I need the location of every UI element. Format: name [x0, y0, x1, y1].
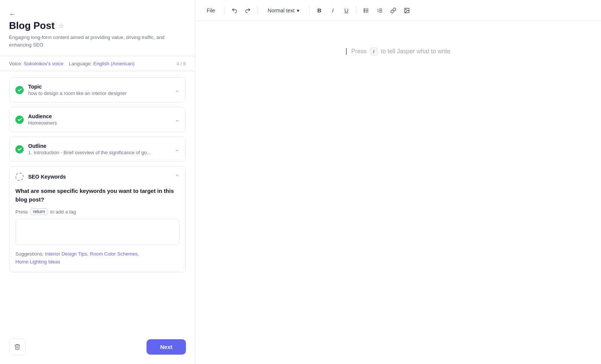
underline-icon: U: [344, 7, 349, 14]
text-style-select[interactable]: Normal text ▾: [263, 5, 304, 16]
audience-title-block: Audience Homeowners: [28, 113, 170, 126]
topic-title-block: Topic how to design a room like an inter…: [28, 84, 170, 96]
svg-point-3: [364, 9, 365, 9]
seo-pending-icon: [15, 173, 24, 181]
meta-row: Voice: Sokolnikov's voice Language: Engl…: [0, 56, 195, 71]
editor-area[interactable]: Press / to tell Jasper what to write: [195, 21, 601, 364]
svg-point-5: [364, 12, 365, 12]
svg-point-10: [406, 9, 406, 10]
next-button[interactable]: Next: [146, 339, 186, 355]
voice-link[interactable]: Sokolnikov's voice: [24, 61, 63, 66]
seo-question: What are some specific keywords you want…: [15, 187, 180, 204]
outline-check-icon: [15, 145, 24, 153]
seo-expanded-content: What are some specific keywords you want…: [9, 187, 186, 272]
hint-suffix: to add a tag: [50, 209, 76, 215]
suggestion-home-lighting-ideas[interactable]: Home Lighting Ideas: [15, 259, 60, 265]
outline-section: Outline 1. Introduction - Brief overview…: [9, 137, 186, 162]
placeholder-pre: Press: [351, 48, 367, 55]
bold-button[interactable]: B: [313, 5, 325, 17]
topic-subtitle: how to design a room like an interior de…: [28, 90, 156, 96]
editor-placeholder: Press / to tell Jasper what to write: [346, 47, 450, 56]
voice-meta: Voice: Sokolnikov's voice Language: Engl…: [9, 61, 134, 66]
placeholder-post: to tell Jasper what to write: [381, 48, 450, 55]
toolbar-divider-4: [356, 6, 356, 15]
slash-badge: /: [370, 47, 378, 56]
back-icon: ←: [9, 11, 16, 18]
back-button[interactable]: ←: [9, 11, 186, 18]
return-badge: return: [30, 208, 48, 215]
seo-section: SEO Keywords ⌃ What are some specific ke…: [9, 166, 186, 272]
topic-section: Topic how to design a room like an inter…: [9, 77, 186, 102]
topic-check-icon: [15, 86, 24, 94]
suggestion-interior-design-tips[interactable]: Interior Design Tips: [45, 251, 87, 257]
bold-icon: B: [317, 7, 322, 14]
seo-title-block: SEO Keywords: [28, 174, 170, 180]
hint-prefix: Press: [15, 209, 28, 215]
audience-chevron: ⌄: [175, 116, 180, 123]
audience-header[interactable]: Audience Homeowners ⌄: [9, 107, 186, 132]
page-description: Engaging long-form content aimed at prov…: [9, 34, 186, 48]
ordered-list-button[interactable]: [374, 5, 386, 17]
keyword-input[interactable]: [15, 219, 180, 245]
page-title: Blog Post: [9, 20, 54, 32]
audience-check-icon: [15, 116, 24, 124]
underline-button[interactable]: U: [340, 5, 352, 17]
outline-title: Outline: [28, 143, 170, 149]
file-menu[interactable]: File: [203, 5, 219, 16]
redo-button[interactable]: [242, 5, 254, 17]
undo-button[interactable]: [228, 5, 240, 17]
italic-button[interactable]: I: [327, 5, 339, 17]
editor-cursor: [346, 48, 347, 55]
language-label: Language:: [69, 61, 92, 66]
toolbar-divider-1: [224, 6, 225, 15]
left-header: ← Blog Post ☆ Engaging long-form content…: [0, 0, 195, 56]
toolbar-divider-3: [309, 6, 310, 15]
topic-chevron: ⌄: [175, 86, 180, 93]
star-icon[interactable]: ☆: [58, 22, 64, 30]
toolbar: File Normal text ▾ B I U: [195, 0, 601, 21]
seo-title: SEO Keywords: [28, 174, 170, 180]
toolbar-divider-2: [258, 6, 258, 15]
language-link[interactable]: English (American): [93, 61, 134, 66]
link-button[interactable]: [387, 5, 399, 17]
italic-icon: I: [332, 7, 334, 14]
text-style-chevron: ▾: [297, 8, 299, 14]
outline-header[interactable]: Outline 1. Introduction - Brief overview…: [9, 137, 186, 161]
tag-hint: Press return to add a tag: [15, 208, 180, 215]
suggestion-room-color-schemes[interactable]: Room Color Schemes: [90, 251, 137, 257]
sections-container: Topic how to design a room like an inter…: [0, 71, 195, 332]
seo-header[interactable]: SEO Keywords ⌃: [9, 167, 186, 187]
audience-subtitle: Homeowners: [28, 120, 156, 126]
suggestions-row: Suggestions: Interior Design Tips, Room …: [15, 250, 180, 266]
left-panel: ← Blog Post ☆ Engaging long-form content…: [0, 0, 195, 364]
audience-title: Audience: [28, 113, 170, 119]
step-counter: 4 / 6: [177, 61, 186, 66]
outline-title-block: Outline 1. Introduction - Brief overview…: [28, 143, 170, 155]
topic-header[interactable]: Topic how to design a room like an inter…: [9, 78, 186, 102]
outline-chevron: ⌄: [175, 146, 180, 153]
audience-section: Audience Homeowners ⌄: [9, 107, 186, 132]
delete-button[interactable]: [9, 338, 26, 355]
image-button[interactable]: [401, 5, 413, 17]
right-panel: File Normal text ▾ B I U: [195, 0, 601, 364]
title-row: Blog Post ☆: [9, 20, 186, 32]
bottom-actions: Next: [0, 332, 195, 364]
voice-label: Voice:: [9, 61, 22, 66]
outline-subtitle: 1. Introduction - Brief overview of the …: [28, 150, 156, 155]
seo-chevron: ⌃: [175, 173, 180, 180]
svg-point-4: [364, 10, 365, 11]
topic-title: Topic: [28, 84, 170, 90]
text-style-label: Normal text: [268, 8, 295, 14]
bullet-list-button[interactable]: [360, 5, 372, 17]
suggestions-label: Suggestions:: [15, 251, 44, 257]
